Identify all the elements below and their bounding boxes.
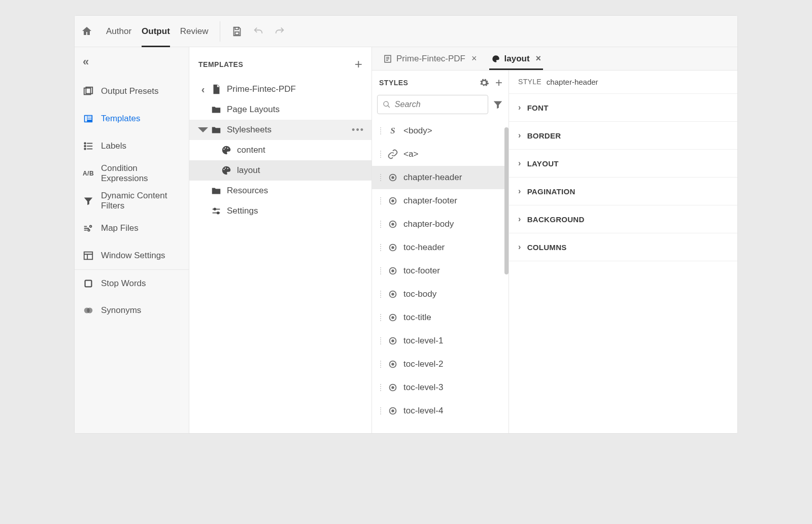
undo-icon[interactable] [253,26,264,37]
accordion-header-layout[interactable]: ›LAYOUT [509,150,737,177]
svg-rect-6 [87,117,91,118]
scrollbar-thumb[interactable] [504,127,509,274]
drag-handle-icon[interactable] [377,267,384,274]
style-item-label: chapter-footer [403,196,457,206]
gear-icon[interactable] [479,78,489,88]
chevron-down-icon[interactable] [195,122,211,137]
svg-rect-14 [85,280,92,287]
drag-handle-icon[interactable] [377,361,384,368]
top-tab-review[interactable]: Review [175,16,214,47]
style-item-label: chapter-body [403,219,454,229]
accordion-background: ›BACKGROUND [509,205,737,233]
svg-point-36 [392,270,394,272]
drag-handle-icon[interactable] [377,174,384,181]
dynamic-content-filters-icon [83,195,94,206]
sidebar-item-dynamic-content-filters[interactable]: Dynamic Content Filters [75,187,189,215]
close-icon[interactable]: × [536,53,542,64]
tree-node-label: Resources [227,186,367,196]
top-tab-output[interactable]: Output [137,16,175,47]
style-item-toc-title[interactable]: toc-title [372,306,509,329]
editor-tab-prime-fintec-pdf[interactable]: Prime-Fintec-PDF× [376,47,484,70]
tree-back-row[interactable]: ‹ Prime-Fintec-PDF [189,79,371,99]
style-type-icon [387,289,398,300]
home-icon[interactable] [81,25,93,38]
folder-icon [211,124,222,135]
filter-icon[interactable] [492,99,503,110]
drag-handle-icon[interactable] [377,244,384,251]
styles-column: STYLES + [372,71,509,433]
sidebar-item-window-settings[interactable]: Window Settings [75,242,189,269]
sidebar-item-stop-words[interactable]: Stop Words [75,269,189,297]
drag-handle-icon[interactable] [377,407,384,414]
accordion-header-background[interactable]: ›BACKGROUND [509,205,737,233]
pdf-file-icon [211,84,222,95]
style-item-chapter-header[interactable]: chapter-header [372,166,509,189]
style-item-toc-body[interactable]: toc-body [372,283,509,306]
style-item-toc-level-2[interactable]: toc-level-2 [372,353,509,376]
drag-handle-icon[interactable] [377,314,384,321]
editor-tab-layout[interactable]: layout× [484,47,549,70]
tree-node-content[interactable]: content [189,140,371,160]
svg-rect-7 [87,119,91,120]
style-item-label: chapter-header [403,172,462,183]
style-item-toc-header[interactable]: toc-header [372,236,509,259]
save-icon[interactable] [231,26,243,37]
templates-icon [83,113,94,124]
accordion-font: ›FONT [509,94,737,122]
tree-node-stylesheets[interactable]: Stylesheets••• [189,120,371,140]
sidebar-item-synonyms[interactable]: Synonyms [75,297,189,324]
sidebar-item-label: Window Settings [101,251,165,261]
drag-handle-icon[interactable] [377,151,384,158]
svg-point-34 [392,247,394,249]
accordion-header-border[interactable]: ›BORDER [509,122,737,149]
style-item-toc-level-4[interactable]: toc-level-4 [372,399,509,423]
style-item-a[interactable]: <a> [372,143,509,166]
drag-handle-icon[interactable] [377,197,384,204]
add-style-button[interactable]: + [495,78,502,88]
condition-expressions-icon: A/B [83,168,94,179]
styles-search-box[interactable] [377,95,488,114]
drag-handle-icon[interactable] [377,337,384,344]
drag-handle-icon[interactable] [377,291,384,298]
style-item-toc-level-1[interactable]: toc-level-1 [372,329,509,353]
top-tab-author[interactable]: Author [101,16,137,47]
style-item-label: <body> [403,126,432,136]
sidebar-item-label: Synonyms [101,305,141,316]
style-item-body[interactable]: S<body> [372,119,509,143]
page-icon [383,54,392,63]
add-template-button[interactable]: + [355,56,362,72]
style-type-icon [387,265,398,276]
style-item-chapter-body[interactable]: chapter-body [372,213,509,236]
collapse-sidebar-button[interactable]: « [75,52,189,78]
style-item-toc-level-3[interactable]: toc-level-3 [372,376,509,399]
style-item-toc-footer[interactable]: toc-footer [372,259,509,283]
redo-icon[interactable] [274,26,285,37]
drag-handle-icon[interactable] [377,221,384,228]
styles-search-input[interactable] [395,100,483,109]
drag-handle-icon[interactable] [377,127,384,134]
chevron-right-icon: › [518,131,521,140]
style-item-chapter-footer[interactable]: chapter-footer [372,189,509,213]
sidebar-item-map-files[interactable]: Map Files [75,215,189,242]
sidebar-item-labels[interactable]: Labels [75,132,189,160]
accordion-header-font[interactable]: ›FONT [509,94,737,121]
tree-node-layout[interactable]: layout [189,160,371,181]
editor-tab-label: layout [504,54,530,64]
close-icon[interactable]: × [471,53,477,64]
templates-title: TEMPLATES [198,60,243,68]
accordion-header-pagination[interactable]: ›PAGINATION [509,178,737,205]
tree-node-resources[interactable]: Resources [189,181,371,201]
svg-point-32 [392,223,394,225]
sidebar-item-templates[interactable]: Templates [75,105,189,132]
tree-node-settings[interactable]: Settings [189,201,371,221]
sidebar-item-condition-expressions[interactable]: A/BCondition Expressions [75,160,189,187]
sidebar-item-output-presets[interactable]: Output Presets [75,78,189,105]
more-icon[interactable]: ••• [352,125,367,135]
drag-handle-icon[interactable] [377,384,384,391]
accordion-columns: ›COLUMNS [509,233,737,261]
tree-node-page-layouts[interactable]: Page Layouts [189,99,371,120]
styles-title: STYLES [379,79,408,87]
search-icon [383,100,391,109]
accordion-header-columns[interactable]: ›COLUMNS [509,233,737,261]
svg-point-26 [384,101,388,106]
